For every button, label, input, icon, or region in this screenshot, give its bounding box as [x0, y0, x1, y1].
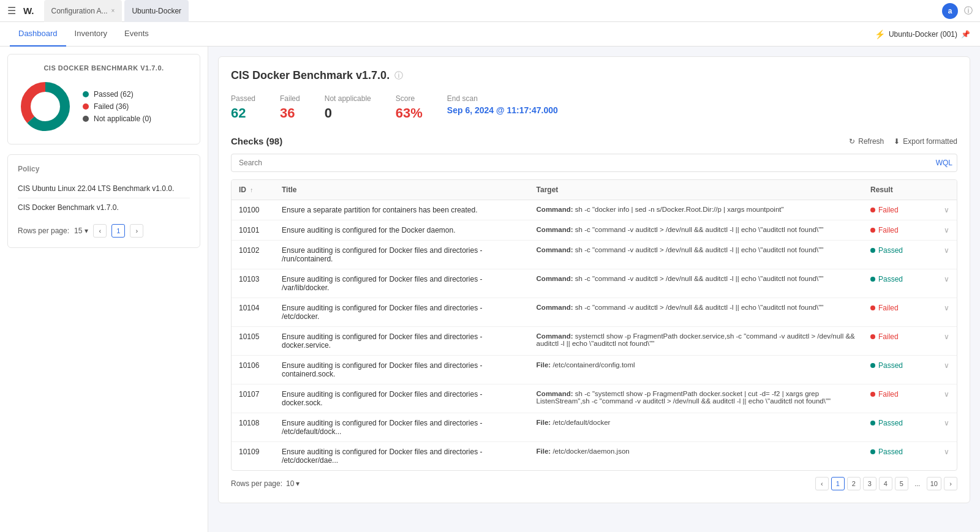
cell-result-3: Passed	[863, 269, 937, 298]
table-page-...[interactable]: ...	[911, 477, 924, 490]
sidebar-prev-btn[interactable]: ‹	[93, 224, 107, 238]
result-dot-8	[870, 421, 875, 425]
endscan-value: Sep 6, 2024 @ 11:17:47.000	[447, 105, 558, 115]
cell-result-1: Failed	[863, 220, 937, 241]
rows-select[interactable]: 15 ▾	[74, 227, 88, 235]
stat-passed: Passed 62	[231, 94, 255, 121]
topbar-tab-ubuntu[interactable]: Ubuntu-Docker	[124, 0, 189, 22]
sidebar-next-btn[interactable]: ›	[130, 224, 143, 238]
result-dot-6	[870, 363, 875, 368]
navtab-dashboard[interactable]: Dashboard	[10, 22, 66, 47]
table-row: 10106Ensure auditing is configured for D…	[232, 356, 957, 384]
expand-btn-2[interactable]: ∨	[937, 241, 957, 269]
stat-score: Score 63%	[396, 94, 423, 121]
cell-result-6: Passed	[863, 356, 937, 384]
search-input[interactable]	[231, 154, 957, 172]
cell-title-9: Ensure auditing is configured for Docker…	[274, 442, 529, 471]
settings-icon[interactable]: ⓘ	[964, 6, 973, 17]
cell-target-4: Command: sh -c "command -v auditctl > /d…	[529, 298, 863, 327]
cell-result-7: Failed	[863, 384, 937, 413]
table-prev-btn[interactable]: ‹	[815, 477, 829, 490]
rows-per-page: Rows per page: 10 ▾	[231, 479, 300, 488]
cell-result-8: Passed	[863, 413, 937, 442]
cell-id-2: 10102	[232, 241, 274, 269]
refresh-button[interactable]: ↻ Refresh	[849, 137, 884, 146]
score-label: Score	[396, 94, 423, 103]
table-page-4[interactable]: 4	[879, 477, 892, 490]
cell-title-6: Ensure auditing is configured for Docker…	[274, 356, 529, 384]
avatar[interactable]: a	[942, 3, 958, 19]
cell-result-4: Failed	[863, 298, 937, 327]
passed-value: 62	[231, 105, 255, 121]
rows-per-page-select[interactable]: 10 ▾	[286, 479, 300, 488]
expand-btn-8[interactable]: ∨	[937, 413, 957, 442]
app-logo: W.	[23, 6, 34, 16]
cell-id-8: 10108	[232, 413, 274, 442]
result-dot-1	[870, 228, 875, 233]
result-dot-5	[870, 334, 875, 339]
result-dot-9	[870, 449, 875, 454]
cell-id-7: 10107	[232, 384, 274, 413]
layout: CIS DOCKER BENCHMARK V1.7.0. Passed (62)	[0, 47, 980, 532]
cell-target-6: File: /etc/containerd/config.toml	[529, 356, 863, 384]
cell-target-0: Command: sh -c "docker info | sed -n s/D…	[529, 200, 863, 220]
navtab-inventory[interactable]: Inventory	[66, 22, 116, 47]
passed-dot	[83, 91, 89, 97]
expand-btn-6[interactable]: ∨	[937, 356, 957, 384]
navtab-events[interactable]: Events	[116, 22, 157, 47]
failed-dot	[83, 103, 89, 110]
expand-btn-4[interactable]: ∨	[937, 298, 957, 327]
cell-id-9: 10109	[232, 442, 274, 471]
rows-label: Rows per page:	[18, 227, 69, 235]
col-id[interactable]: ID ↑	[232, 180, 274, 200]
table-page-3[interactable]: 3	[863, 477, 876, 490]
cell-result-0: Failed	[863, 200, 937, 220]
benchmark-card: CIS Docker Benchmark v1.7.0. ⓘ Passed 62…	[218, 56, 970, 503]
col-target[interactable]: Target	[529, 180, 863, 200]
table-page-1[interactable]: 1	[831, 477, 845, 490]
donut-chart	[18, 79, 73, 134]
passed-label: Passed	[231, 94, 255, 103]
topbar-right: a ⓘ	[942, 3, 973, 19]
agent-badge-area: ⚡ Ubuntu-Docker (001) 📌	[875, 29, 970, 39]
wql-button[interactable]: WQL	[936, 159, 952, 167]
export-button[interactable]: ⬇ Export formatted	[894, 137, 957, 146]
expand-btn-9[interactable]: ∨	[937, 442, 957, 471]
table-row: 10102Ensure auditing is configured for D…	[232, 241, 957, 269]
cell-result-5: Failed	[863, 327, 937, 356]
table-page-2[interactable]: 2	[847, 477, 861, 490]
policy-item-p1[interactable]: CIS Ubuntu Linux 22.04 LTS Benchmark v1.…	[18, 179, 190, 198]
table-next-btn[interactable]: ›	[944, 477, 957, 490]
col-result[interactable]: Result	[863, 180, 937, 200]
info-icon[interactable]: ⓘ	[394, 70, 403, 81]
expand-btn-1[interactable]: ∨	[937, 220, 957, 241]
menu-icon[interactable]: ☰	[7, 5, 16, 17]
pin-icon[interactable]: 📌	[961, 30, 970, 39]
expand-btn-3[interactable]: ∨	[937, 269, 957, 298]
tab-close-icon-config[interactable]: ×	[111, 7, 115, 14]
col-title[interactable]: Title	[274, 180, 529, 200]
table-row: 10100Ensure a separate partition for con…	[232, 200, 957, 220]
result-dot-4	[870, 305, 875, 310]
nav-tabs-list: DashboardInventoryEvents	[10, 22, 157, 47]
rows-per-page-label: Rows per page:	[231, 479, 282, 488]
policy-item-p2[interactable]: CIS Docker Benchmark v1.7.0.	[18, 198, 190, 217]
topbar-tabs: Configuration A...×Ubuntu-Docker	[44, 0, 189, 22]
cell-target-9: File: /etc/docker/daemon.json	[529, 442, 863, 471]
sidebar-page-1[interactable]: 1	[111, 224, 125, 238]
cell-id-3: 10103	[232, 269, 274, 298]
expand-btn-5[interactable]: ∨	[937, 327, 957, 356]
failed-label: Failed	[280, 94, 300, 103]
expand-btn-7[interactable]: ∨	[937, 384, 957, 413]
table-page-5[interactable]: 5	[895, 477, 908, 490]
refresh-icon: ↻	[849, 137, 855, 146]
table-row: 10107Ensure auditing is configured for D…	[232, 384, 957, 413]
sidebar-pagination: Rows per page: 15 ▾ ‹ 1 ›	[18, 224, 190, 238]
topbar-tab-config[interactable]: Configuration A...×	[44, 0, 123, 22]
cell-title-8: Ensure auditing is configured for Docker…	[274, 413, 529, 442]
table-row: 10104Ensure auditing is configured for D…	[232, 298, 957, 327]
cell-target-1: Command: sh -c "command -v auditctl > /d…	[529, 220, 863, 241]
checks-header: Checks (98) ↻ Refresh ⬇ Export formatted	[231, 136, 957, 146]
expand-btn-0[interactable]: ∨	[937, 200, 957, 220]
table-page-10[interactable]: 10	[927, 477, 941, 490]
